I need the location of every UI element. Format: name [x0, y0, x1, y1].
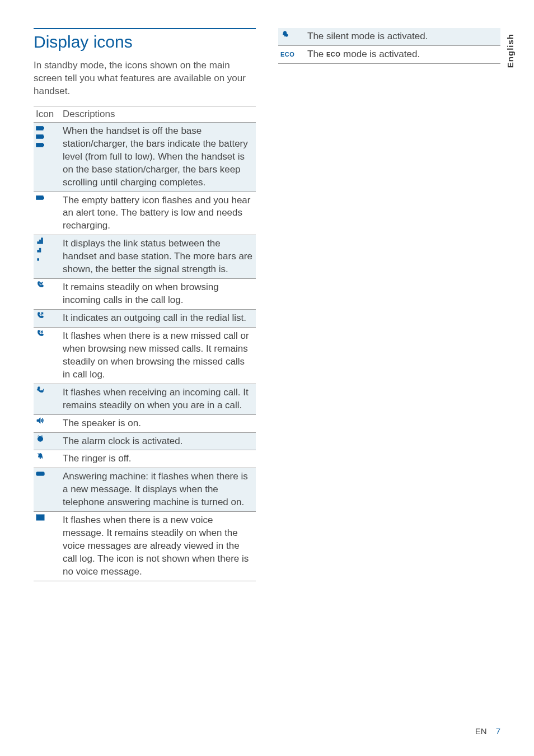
- svg-rect-2: [37, 127, 38, 129]
- svg-rect-14: [38, 242, 39, 244]
- svg-rect-6: [43, 136, 44, 137]
- svg-rect-13: [43, 197, 44, 198]
- row-desc: The alarm clock is activated.: [60, 432, 256, 450]
- footer-page: 7: [496, 726, 500, 736]
- table-row: It flashes when there is a new missed ca…: [34, 327, 256, 384]
- language-tab: English: [505, 34, 515, 68]
- svg-rect-16: [41, 238, 43, 244]
- icons-table-2: The silent mode is activated. ECO The EC…: [278, 28, 500, 64]
- svg-rect-12: [36, 195, 43, 199]
- svg-point-23: [38, 473, 39, 475]
- battery-empty-icon: [36, 194, 58, 201]
- svg-rect-19: [38, 259, 39, 260]
- signal-bars-icon: [36, 237, 58, 261]
- row-desc: The ECO mode is activated.: [305, 45, 500, 63]
- row-desc: Answering machine: it flashes when there…: [60, 468, 256, 512]
- svg-rect-10: [43, 144, 44, 146]
- table-row: It displays the link status between the …: [34, 235, 256, 279]
- outgoing-call-icon: [36, 312, 58, 319]
- table-row: It flashes when receiving an incoming ca…: [34, 384, 256, 414]
- page-footer: EN 7: [475, 726, 500, 736]
- svg-rect-4: [41, 127, 42, 129]
- in-call-icon: [36, 386, 58, 393]
- table-row: The speaker is on.: [34, 414, 256, 432]
- svg-point-24: [41, 473, 43, 475]
- table-row: It remains steadily on when browsing inc…: [34, 279, 256, 310]
- table-row: It flashes when there is a new voice mes…: [34, 512, 256, 581]
- row-desc: The speaker is on.: [60, 414, 256, 432]
- missed-call-icon: [36, 330, 58, 337]
- table-header-row: Icon Descriptions: [34, 106, 256, 122]
- row-desc: It indicates an outgoing call in the red…: [60, 310, 256, 328]
- table-row: The empty battery icon flashes and you h…: [34, 192, 256, 235]
- intro-text: In standby mode, the icons shown on the …: [34, 59, 256, 98]
- row-desc: It flashes when receiving an incoming ca…: [60, 384, 256, 414]
- incoming-call-icon: [36, 281, 58, 288]
- icons-table: Icon Descriptions When the handset is of…: [34, 106, 256, 581]
- svg-point-21: [40, 458, 41, 459]
- row-desc: The ringer is off.: [60, 450, 256, 468]
- svg-rect-8: [39, 136, 40, 137]
- table-row: Answering machine: it flashes when there…: [34, 468, 256, 512]
- voicemail-icon: [36, 514, 58, 521]
- table-row: The alarm clock is activated.: [34, 432, 256, 450]
- silent-mode-icon: [280, 30, 303, 37]
- alarm-clock-icon: [36, 435, 58, 442]
- row-desc: The empty battery icon flashes and you h…: [60, 192, 256, 235]
- row-desc: It displays the link status between the …: [60, 235, 256, 279]
- header-icon: Icon: [34, 106, 60, 122]
- table-row: The silent mode is activated.: [278, 28, 500, 45]
- svg-rect-18: [39, 249, 41, 253]
- row-desc: It remains steadily on when browsing inc…: [60, 279, 256, 310]
- footer-lang: EN: [475, 726, 487, 736]
- svg-rect-3: [39, 127, 40, 129]
- svg-rect-17: [38, 250, 39, 252]
- row-desc: It flashes when there is a new missed ca…: [60, 327, 256, 384]
- table-row: It indicates an outgoing call in the red…: [34, 310, 256, 328]
- table-row: ECO The ECO mode is activated.: [278, 45, 500, 63]
- svg-rect-7: [37, 136, 38, 137]
- table-row: The ringer is off.: [34, 450, 256, 468]
- row-desc: The silent mode is activated.: [305, 28, 500, 45]
- row-desc: It flashes when there is a new voice mes…: [60, 512, 256, 581]
- svg-rect-11: [37, 144, 38, 146]
- svg-rect-15: [39, 240, 41, 244]
- svg-rect-1: [43, 127, 44, 129]
- table-row: When the handset is off the base station…: [34, 122, 256, 192]
- header-desc: Descriptions: [60, 106, 256, 122]
- speaker-icon: [36, 417, 58, 424]
- battery-levels-icon: [36, 125, 58, 148]
- eco-mode-icon: ECO: [280, 50, 294, 59]
- row-desc: When the handset is off the base station…: [60, 122, 256, 192]
- section-title: Display icons: [34, 28, 256, 52]
- answering-machine-icon: [36, 470, 58, 477]
- ringer-off-icon: [36, 452, 58, 459]
